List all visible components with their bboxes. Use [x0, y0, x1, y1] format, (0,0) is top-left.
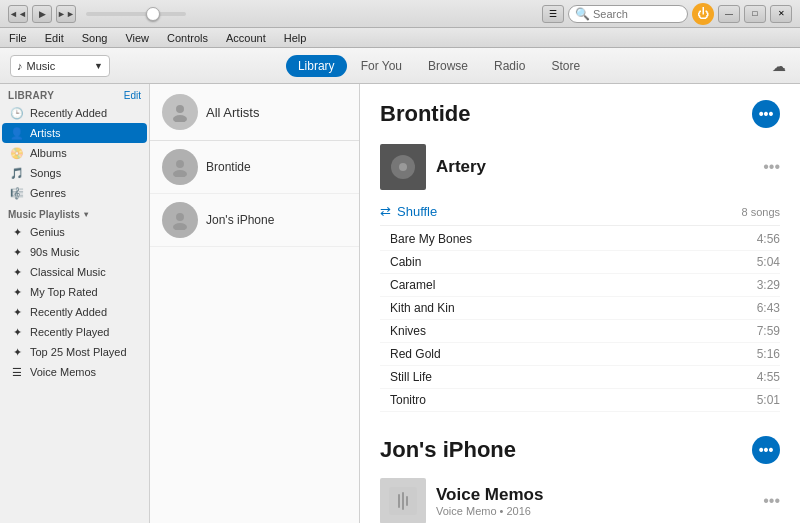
- tab-browse[interactable]: Browse: [416, 55, 480, 77]
- menu-help[interactable]: Help: [281, 31, 310, 45]
- table-row[interactable]: Bare My Bones 4:56: [380, 228, 780, 251]
- sidebar-item-voice-memos[interactable]: ☰ Voice Memos: [2, 362, 147, 382]
- sidebar-item-genius[interactable]: ✦ Genius: [2, 222, 147, 242]
- sidebar-item-label: Genius: [30, 226, 65, 238]
- voice-memo-subtitle: Voice Memo • 2016: [436, 505, 543, 517]
- sidebar-item-label: Recently Added: [30, 306, 107, 318]
- icloud-button[interactable]: ☁: [768, 55, 790, 77]
- song-duration: 4:55: [745, 370, 780, 384]
- sidebar-item-recently-played[interactable]: ✦ Recently Played: [2, 322, 147, 342]
- tab-for-you[interactable]: For You: [349, 55, 414, 77]
- sidebar-item-top-25[interactable]: ✦ Top 25 Most Played: [2, 342, 147, 362]
- table-row[interactable]: Knives 7:59: [380, 320, 780, 343]
- artist-list: All Artists Brontide Jon's iPhone: [150, 84, 360, 523]
- voice-memo-more-button[interactable]: •••: [763, 492, 780, 510]
- forward-button[interactable]: ►►: [56, 5, 76, 23]
- sidebar-item-label: 90s Music: [30, 246, 80, 258]
- content-area: Brontide ••• Artery ••• ⇄ Shuffle 8 song…: [360, 84, 800, 523]
- iphone-header: Jon's iPhone •••: [380, 436, 780, 464]
- shuffle-button[interactable]: Shuffle: [397, 204, 437, 219]
- brontide-more-button[interactable]: •••: [752, 100, 780, 128]
- all-artists-icon: [162, 94, 198, 130]
- sidebar-item-artists[interactable]: 👤 Artists: [2, 123, 147, 143]
- song-duration: 7:59: [745, 324, 780, 338]
- svg-point-3: [173, 170, 187, 177]
- search-box[interactable]: 🔍: [568, 5, 688, 23]
- title-bar-right: ☰ 🔍 ⏻ — □ ✕: [542, 3, 792, 25]
- jons-iphone-section: Jon's iPhone ••• Voice Memos Voice Memo …: [380, 436, 780, 523]
- tab-radio[interactable]: Radio: [482, 55, 537, 77]
- sidebar-item-recently-added[interactable]: 🕒 Recently Added: [2, 103, 147, 123]
- sidebar-item-my-top-rated[interactable]: ✦ My Top Rated: [2, 282, 147, 302]
- sidebar-item-label: Songs: [30, 167, 61, 179]
- artery-album-section: Artery ••• ⇄ Shuffle 8 songs Bare My Bon…: [380, 144, 780, 412]
- sidebar-item-recently-added-pl[interactable]: ✦ Recently Added: [2, 302, 147, 322]
- nav-tabs: Library For You Browse Radio Store: [286, 55, 592, 77]
- search-icon: 🔍: [575, 7, 590, 21]
- table-row[interactable]: Kith and Kin 6:43: [380, 297, 780, 320]
- brontide-avatar: [162, 149, 198, 185]
- song-duration: 5:04: [745, 255, 780, 269]
- search-input[interactable]: [593, 8, 681, 20]
- table-row[interactable]: Tonitro 5:01: [380, 389, 780, 412]
- sidebar-item-classical[interactable]: ✦ Classical Music: [2, 262, 147, 282]
- album-more-button[interactable]: •••: [763, 158, 780, 176]
- minimize-button[interactable]: —: [718, 5, 740, 23]
- playback-controls: ◄◄ ▶ ►►: [8, 5, 76, 23]
- song-duration: 6:43: [745, 301, 780, 315]
- menu-controls[interactable]: Controls: [164, 31, 211, 45]
- iphone-more-button[interactable]: •••: [752, 436, 780, 464]
- voice-memo-header: Voice Memos Voice Memo • 2016 •••: [380, 478, 780, 523]
- song-name: Tonitro: [380, 393, 745, 407]
- table-row[interactable]: Still Life 4:55: [380, 366, 780, 389]
- song-duration: 3:29: [745, 278, 780, 292]
- power-button[interactable]: ⏻: [692, 3, 714, 25]
- tab-library[interactable]: Library: [286, 55, 347, 77]
- library-header-label: Library: [8, 90, 54, 101]
- progress-slider[interactable]: [86, 12, 186, 16]
- shuffle-icon: ⇄: [380, 204, 391, 219]
- jons-iphone-avatar: [162, 202, 198, 238]
- voice-memos-icon: ☰: [10, 365, 24, 379]
- table-row[interactable]: Cabin 5:04: [380, 251, 780, 274]
- music-note-icon: ♪: [17, 60, 23, 72]
- menu-edit[interactable]: Edit: [42, 31, 67, 45]
- playlists-section-header[interactable]: Music Playlists ▾: [0, 203, 149, 222]
- artists-icon: 👤: [10, 126, 24, 140]
- menu-view[interactable]: View: [122, 31, 152, 45]
- tab-store[interactable]: Store: [539, 55, 592, 77]
- back-button[interactable]: ◄◄: [8, 5, 28, 23]
- song-duration: 4:56: [745, 232, 780, 246]
- table-row[interactable]: Red Gold 5:16: [380, 343, 780, 366]
- edit-link[interactable]: Edit: [124, 90, 141, 101]
- source-selector[interactable]: ♪ Music ▼: [10, 55, 110, 77]
- play-button[interactable]: ▶: [32, 5, 52, 23]
- song-name: Cabin: [380, 255, 745, 269]
- sidebar-item-songs[interactable]: 🎵 Songs: [2, 163, 147, 183]
- song-name: Still Life: [380, 370, 745, 384]
- all-artists-item[interactable]: All Artists: [150, 84, 359, 141]
- menu-song[interactable]: Song: [79, 31, 111, 45]
- list-view-button[interactable]: ☰: [542, 5, 564, 23]
- brontide-header: Brontide •••: [380, 100, 780, 128]
- table-row[interactable]: Caramel 3:29: [380, 274, 780, 297]
- chevron-down-icon: ▾: [84, 210, 88, 219]
- slider-thumb[interactable]: [146, 7, 160, 21]
- menu-account[interactable]: Account: [223, 31, 269, 45]
- albums-icon: 📀: [10, 146, 24, 160]
- voice-memo-art: [380, 478, 426, 523]
- menu-file[interactable]: File: [6, 31, 30, 45]
- svg-point-1: [173, 115, 187, 122]
- restore-button[interactable]: □: [744, 5, 766, 23]
- sidebar-item-genres[interactable]: 🎼 Genres: [2, 183, 147, 203]
- artist-item-brontide[interactable]: Brontide: [150, 141, 359, 194]
- voice-memo-title: Voice Memos: [436, 485, 543, 505]
- sidebar-item-label: Recently Added: [30, 107, 107, 119]
- sidebar-item-label: Voice Memos: [30, 366, 96, 378]
- artist-name: Jon's iPhone: [206, 213, 274, 227]
- sidebar-item-albums[interactable]: 📀 Albums: [2, 143, 147, 163]
- sidebar-item-90s-music[interactable]: ✦ 90s Music: [2, 242, 147, 262]
- artist-item-jons-iphone[interactable]: Jon's iPhone: [150, 194, 359, 247]
- close-button[interactable]: ✕: [770, 5, 792, 23]
- svg-point-0: [176, 105, 184, 113]
